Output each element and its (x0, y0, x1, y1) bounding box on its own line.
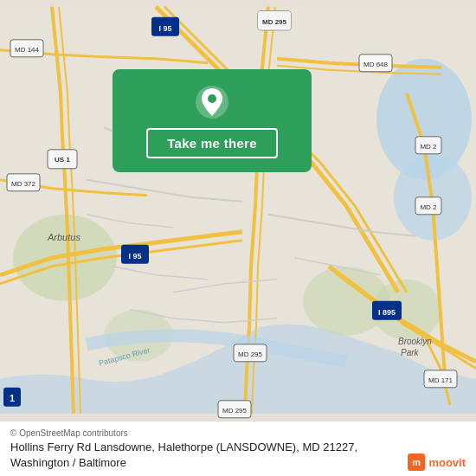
map-attribution: © OpenStreetMap contributors (10, 428, 466, 438)
svg-text:US 1: US 1 (55, 156, 70, 164)
map-svg: I 95 MD 295 US 1 MD 372 MD 648 MD 2 MD 2… (0, 0, 476, 421)
moovit-brand-text: moovit (428, 456, 466, 469)
svg-text:I 95: I 95 (158, 24, 171, 33)
svg-text:MD 648: MD 648 (363, 61, 389, 68)
svg-text:m: m (413, 457, 421, 467)
svg-text:Brooklyn: Brooklyn (398, 337, 432, 346)
svg-text:MD 144: MD 144 (15, 46, 40, 54)
location-popup: Take me there (113, 69, 312, 172)
moovit-icon: m (408, 453, 425, 471)
bottom-row: Hollins Ferry Rd Lansdowne, Halethorpe (… (10, 440, 466, 471)
take-me-there-button[interactable]: Take me there (146, 128, 278, 158)
location-pin-icon (195, 85, 229, 119)
svg-text:Park: Park (401, 348, 420, 357)
address-text: Hollins Ferry Rd Lansdowne, Halethorpe (… (10, 440, 408, 471)
svg-text:MD 171: MD 171 (428, 376, 453, 384)
info-bar: © OpenStreetMap contributors Hollins Fer… (0, 421, 476, 476)
map-area: I 95 MD 295 US 1 MD 372 MD 648 MD 2 MD 2… (0, 0, 476, 421)
svg-text:MD 295: MD 295 (238, 351, 263, 358)
svg-text:MD 372: MD 372 (11, 180, 36, 188)
svg-text:MD 295: MD 295 (262, 18, 287, 26)
svg-text:MD 295: MD 295 (222, 407, 248, 415)
svg-point-41 (208, 94, 216, 103)
moovit-logo: m moovit (408, 453, 466, 471)
app-container: I 95 MD 295 US 1 MD 372 MD 648 MD 2 MD 2… (0, 0, 476, 476)
svg-text:MD 2: MD 2 (420, 203, 437, 211)
svg-text:MD 2: MD 2 (420, 143, 437, 151)
svg-text:Arbutus: Arbutus (47, 232, 80, 242)
svg-text:I 895: I 895 (378, 308, 396, 317)
svg-text:1: 1 (10, 393, 15, 403)
svg-text:I 95: I 95 (128, 252, 141, 261)
